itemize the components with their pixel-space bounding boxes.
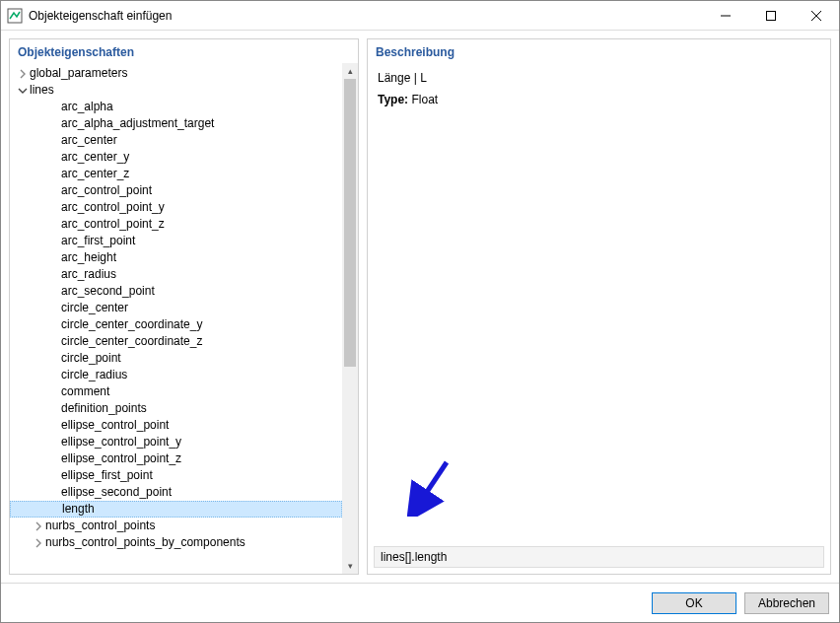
tree-node[interactable]: global_parameters: [10, 65, 342, 82]
scroll-down-icon[interactable]: ▾: [342, 558, 358, 574]
svg-line-5: [417, 462, 447, 507]
tree-leaf[interactable]: circle_center_coordinate_z: [10, 333, 342, 350]
tree-leaf[interactable]: circle_center: [10, 300, 342, 316]
tree-leaf[interactable]: circle_point: [10, 350, 342, 367]
tree-item-label: comment: [61, 383, 109, 400]
maximize-button[interactable]: [748, 1, 794, 31]
scroll-up-icon[interactable]: ▴: [342, 63, 358, 79]
property-tree[interactable]: global_parameterslines arc_alpha arc_alp…: [10, 63, 342, 574]
app-icon: [7, 8, 23, 24]
tree-leaf[interactable]: circle_radius: [10, 367, 342, 383]
title-bar: Objekteigenschaft einfügen: [1, 1, 839, 31]
tree-item-label: circle_center: [61, 300, 128, 316]
tree-leaf[interactable]: ellipse_control_point_z: [10, 450, 342, 467]
tree-item-label: circle_center_coordinate_z: [61, 333, 202, 350]
tree-item-label: ellipse_control_point_z: [61, 450, 181, 467]
tree-item-label: circle_center_coordinate_y: [61, 316, 202, 333]
tree-item-label: length: [62, 502, 95, 517]
properties-header: Objekteigenschaften: [10, 39, 358, 63]
annotation-arrow-icon: [407, 457, 456, 517]
tree-item-label: nurbs_control_points_by_components: [45, 534, 245, 551]
ok-button[interactable]: OK: [652, 592, 736, 614]
tree-leaf[interactable]: arc_control_point: [10, 182, 342, 199]
tree-leaf[interactable]: arc_center_y: [10, 149, 342, 166]
tree-leaf[interactable]: comment: [10, 383, 342, 400]
tree-leaf[interactable]: arc_control_point_z: [10, 216, 342, 233]
content-area: Objekteigenschaften global_parameterslin…: [1, 31, 839, 583]
tree-item-label: ellipse_first_point: [61, 467, 153, 484]
scroll-track[interactable]: [342, 79, 358, 558]
tree-item-label: arc_control_point_y: [61, 199, 165, 216]
chevron-right-icon[interactable]: [32, 521, 45, 531]
tree-leaf[interactable]: ellipse_control_point_y: [10, 434, 342, 450]
chevron-right-icon[interactable]: [16, 69, 30, 79]
tree-item-label: arc_height: [61, 249, 116, 266]
type-label: Type:: [378, 93, 408, 106]
window-buttons: [703, 1, 839, 31]
property-path[interactable]: lines[].length: [374, 546, 824, 568]
type-value: Float: [411, 93, 438, 106]
tree-leaf[interactable]: ellipse_second_point: [10, 484, 342, 501]
tree-item-label: arc_alpha_adjustment_target: [61, 115, 214, 132]
dialog-footer: OK Abbrechen: [1, 583, 839, 622]
tree-item-label: circle_point: [61, 350, 121, 367]
tree-item-label: arc_radius: [61, 266, 116, 283]
tree-leaf[interactable]: arc_alpha: [10, 99, 342, 115]
svg-rect-2: [767, 11, 776, 20]
minimize-button[interactable]: [703, 1, 748, 31]
tree-wrap: global_parameterslines arc_alpha arc_alp…: [10, 63, 358, 574]
tree-leaf[interactable]: length: [10, 501, 342, 518]
svg-rect-0: [8, 9, 22, 23]
vertical-scrollbar[interactable]: ▴ ▾: [342, 63, 358, 574]
tree-leaf[interactable]: arc_height: [10, 249, 342, 266]
chevron-down-icon[interactable]: [16, 86, 30, 96]
cancel-button[interactable]: Abbrechen: [744, 592, 829, 614]
tree-item-label: arc_second_point: [61, 283, 155, 300]
properties-panel: Objekteigenschaften global_parameterslin…: [9, 38, 359, 575]
tree-leaf[interactable]: circle_center_coordinate_y: [10, 316, 342, 333]
tree-leaf[interactable]: arc_alpha_adjustment_target: [10, 115, 342, 132]
tree-item-label: arc_control_point_z: [61, 216, 165, 233]
tree-item-label: arc_first_point: [61, 233, 135, 249]
tree-leaf[interactable]: arc_second_point: [10, 283, 342, 300]
description-type: Type: Float: [378, 93, 820, 106]
tree-node[interactable]: lines: [10, 82, 342, 99]
tree-item-label: arc_alpha: [61, 99, 113, 115]
tree-leaf[interactable]: ellipse_first_point: [10, 467, 342, 484]
description-header: Beschreibung: [368, 39, 830, 63]
chevron-right-icon[interactable]: [32, 538, 45, 548]
tree-item-label: lines: [30, 82, 54, 99]
tree-item-label: arc_control_point: [61, 182, 152, 199]
tree-leaf[interactable]: arc_radius: [10, 266, 342, 283]
tree-item-label: ellipse_control_point_y: [61, 434, 181, 450]
description-text: Länge | L: [378, 71, 820, 85]
tree-item-label: arc_center: [61, 132, 117, 149]
tree-item-label: ellipse_second_point: [61, 484, 172, 501]
description-body: Länge | L Type: Float: [368, 63, 830, 540]
tree-leaf[interactable]: arc_control_point_y: [10, 199, 342, 216]
tree-node[interactable]: nurbs_control_points: [10, 518, 342, 534]
tree-item-label: arc_center_y: [61, 149, 129, 166]
scroll-thumb[interactable]: [344, 79, 356, 367]
tree-item-label: ellipse_control_point: [61, 417, 169, 434]
tree-item-label: arc_center_z: [61, 166, 129, 182]
tree-leaf[interactable]: arc_center_z: [10, 166, 342, 182]
tree-leaf[interactable]: arc_first_point: [10, 233, 342, 249]
tree-item-label: nurbs_control_points: [45, 518, 155, 534]
tree-item-label: global_parameters: [30, 65, 127, 82]
window-title: Objekteigenschaft einfügen: [29, 9, 703, 23]
tree-leaf[interactable]: ellipse_control_point: [10, 417, 342, 434]
tree-node[interactable]: nurbs_control_points_by_components: [10, 534, 342, 551]
close-button[interactable]: [794, 1, 839, 31]
description-panel: Beschreibung Länge | L Type: Float lines…: [367, 38, 831, 575]
tree-leaf[interactable]: definition_points: [10, 400, 342, 417]
tree-leaf[interactable]: arc_center: [10, 132, 342, 149]
tree-item-label: circle_radius: [61, 367, 127, 383]
tree-item-label: definition_points: [61, 400, 147, 417]
